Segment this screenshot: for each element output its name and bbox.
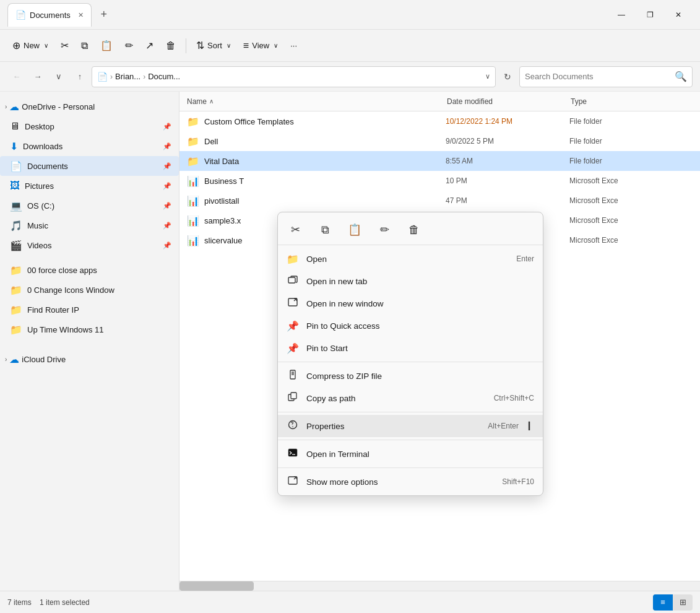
copy-as-path-icon: [287, 392, 299, 404]
rename-button[interactable]: ✏: [120, 35, 138, 57]
sidebar-item-downloads[interactable]: ⬇ Downloads 📌: [0, 136, 179, 156]
addr-dropdown-icon[interactable]: ∨: [485, 72, 490, 80]
share-button[interactable]: ↗: [140, 35, 158, 57]
pictures-icon: 🖼: [10, 180, 20, 191]
ctx-properties-label: Properties: [306, 422, 480, 431]
desktop-icon: 🖥: [10, 121, 20, 132]
table-row[interactable]: 📁 Custom Office Templates 10/12/2022 1:2…: [179, 111, 700, 131]
view-chevron-icon: ∨: [274, 42, 278, 49]
status-bar: 7 items 1 item selected ≡ ⊞: [0, 591, 700, 613]
onedrive-label: OneDrive - Personal: [22, 102, 95, 111]
file-date: 47 PM: [446, 196, 569, 205]
sidebar-item-findrouter[interactable]: 📁 Find Router IP: [0, 300, 179, 320]
up-directory-button[interactable]: ↑: [71, 67, 89, 86]
compress-zip-icon: [287, 370, 299, 382]
sidebar-item-00force[interactable]: 📁 00 force close apps: [0, 260, 179, 280]
ctx-properties[interactable]: Properties Alt+Enter ▎: [278, 415, 543, 437]
sort-button[interactable]: ⇅ Sort ∨: [191, 35, 236, 57]
documents-icon: 📄: [10, 160, 22, 172]
onedrive-section[interactable]: › ☁ OneDrive - Personal: [0, 97, 179, 116]
copy-icon: ⧉: [81, 40, 88, 51]
cut-button[interactable]: ✂: [56, 35, 74, 57]
sidebar-item-pictures[interactable]: 🖼 Pictures 📌: [0, 176, 179, 196]
list-view-button[interactable]: ≡: [653, 594, 673, 611]
maximize-button[interactable]: ❐: [636, 5, 664, 25]
ctx-show-more-options[interactable]: Show more options Shift+F10: [278, 471, 543, 493]
tab-close-button[interactable]: ✕: [78, 11, 84, 19]
pin-icon: 📌: [163, 142, 171, 150]
new-tab-button[interactable]: +: [94, 5, 114, 25]
forward-button[interactable]: →: [28, 67, 47, 86]
more-button[interactable]: ···: [285, 35, 302, 57]
sidebar-item-uptime[interactable]: 📁 Up Time WIndows 11: [0, 320, 179, 339]
table-row[interactable]: 📊 Business T 10 PM Microsoft Exce: [179, 171, 700, 191]
search-icon: 🔍: [675, 71, 687, 82]
copy-button[interactable]: ⧉: [76, 35, 93, 57]
svg-rect-0: [288, 277, 295, 283]
ctx-rename-button[interactable]: ✏: [374, 220, 394, 240]
delete-button[interactable]: 🗑: [161, 35, 181, 57]
ctx-delete-button[interactable]: 🗑: [404, 220, 424, 240]
ctx-copy-as-path[interactable]: Copy as path Ctrl+Shift+C: [278, 387, 543, 409]
new-label: New: [24, 41, 40, 50]
ctx-copy-button[interactable]: ⧉: [315, 220, 335, 240]
ctx-pin-start[interactable]: 📌 Pin to Start: [278, 337, 543, 359]
search-bar[interactable]: 🔍: [519, 66, 693, 87]
paste-button[interactable]: 📋: [95, 35, 118, 57]
addr-separator-2: ›: [143, 72, 145, 81]
documents-tab[interactable]: 📄 Documents ✕: [7, 3, 92, 27]
ctx-open-new-tab-label: Open in new tab: [306, 277, 527, 286]
sidebar-item-label: Desktop: [25, 122, 157, 131]
sidebar-item-label: OS (C:): [27, 201, 157, 211]
file-date: 10/12/2022 1:24 PM: [446, 117, 569, 126]
table-row[interactable]: 📊 pivotlistall 47 PM Microsoft Exce: [179, 191, 700, 211]
ctx-open-new-window[interactable]: Open in new window: [278, 292, 543, 315]
view-label: View: [252, 41, 269, 50]
sidebar-item-osc[interactable]: 💻 OS (C:) 📌: [0, 196, 179, 215]
date-column-header[interactable]: Date modified: [447, 97, 571, 106]
sidebar-item-documents[interactable]: 📄 Documents 📌: [0, 156, 179, 176]
sidebar-item-label: Downloads: [23, 142, 157, 151]
tab-area: 📄 Documents ✕ +: [7, 3, 114, 27]
minimize-button[interactable]: —: [607, 5, 636, 25]
search-input[interactable]: [525, 72, 671, 81]
name-column-header[interactable]: Name ∧: [187, 97, 447, 106]
ctx-open-new-tab[interactable]: Open in new tab: [278, 270, 543, 292]
sidebar-item-videos[interactable]: 🎬 Videos 📌: [0, 235, 179, 255]
horizontal-scrollbar[interactable]: [179, 581, 700, 591]
sort-arrow-icon: ∧: [209, 98, 214, 105]
ctx-cut-button[interactable]: ✂: [285, 220, 305, 240]
view-button[interactable]: ≡ View ∨: [238, 35, 283, 57]
type-column-header[interactable]: Type: [571, 97, 693, 106]
address-bar-icon: 📄: [97, 72, 108, 82]
refresh-button[interactable]: ↻: [498, 67, 517, 86]
grid-view-icon: ⊞: [680, 598, 686, 607]
ctx-compress-zip[interactable]: Compress to ZIP file: [278, 365, 543, 387]
ctx-pin-quick-access[interactable]: 📌 Pin to Quick access: [278, 315, 543, 337]
new-button[interactable]: ⊕ New ∨: [7, 35, 53, 57]
icloud-section[interactable]: › ☁ iCloud Drive: [0, 349, 179, 369]
sidebar-item-label: 0 Change Icons Window: [27, 285, 171, 295]
date-header-label: Date modified: [447, 97, 493, 106]
table-row[interactable]: 📁 Dell 9/0/2022 5 PM File folder: [179, 131, 700, 151]
ctx-open[interactable]: 📁 Open Enter: [278, 248, 543, 270]
sidebar-item-music[interactable]: 🎵 Music 📌: [0, 215, 179, 235]
new-chevron-icon: ∨: [44, 42, 48, 49]
status-items: 7 items 1 item selected: [7, 598, 90, 607]
context-menu: ✂ ⧉ 📋 ✏ 🗑 📁 Open Enter Open in new tab O…: [277, 212, 543, 496]
recent-locations-button[interactable]: ∨: [50, 67, 68, 86]
address-bar[interactable]: 📄 › Brian... › Docum... ∨: [92, 66, 496, 87]
sidebar-item-desktop[interactable]: 🖥 Desktop 📌: [0, 116, 179, 136]
close-button[interactable]: ✕: [664, 5, 693, 25]
sidebar-item-label: Pictures: [25, 181, 157, 191]
ctx-copy-as-path-shortcut: Ctrl+Shift+C: [494, 394, 534, 402]
ctx-paste-button[interactable]: 📋: [345, 220, 365, 240]
ctx-divider-4: [278, 467, 543, 468]
back-button[interactable]: ←: [7, 67, 26, 86]
sidebar-spacer-2: [0, 339, 179, 349]
sidebar-item-0change[interactable]: 📁 0 Change Icons Window: [0, 280, 179, 300]
ctx-divider-2: [278, 412, 543, 412]
ctx-open-terminal[interactable]: Open in Terminal: [278, 443, 543, 465]
table-row[interactable]: 📁 Vital Data 8:55 AM File folder: [179, 151, 700, 171]
grid-view-button[interactable]: ⊞: [673, 594, 693, 611]
